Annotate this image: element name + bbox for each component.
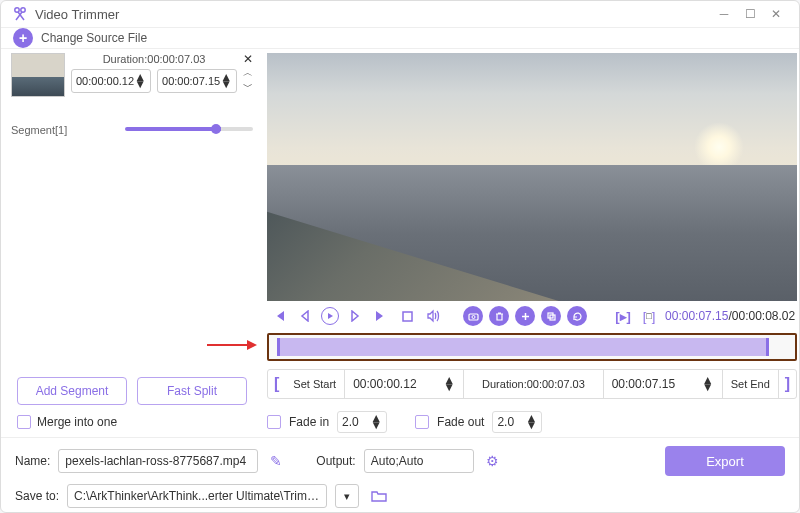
edit-name-icon[interactable]: ✎ [266, 453, 286, 469]
trim-track-wrap [267, 331, 797, 363]
stepper-icon[interactable]: ▲▼ [526, 415, 538, 429]
play-icon[interactable] [321, 307, 339, 325]
fade-in-label: Fade in [289, 415, 329, 429]
export-button[interactable]: Export [665, 446, 785, 476]
move-up-icon[interactable]: ︿ [243, 67, 253, 79]
range-start-value: 00:00:00.12 [353, 377, 443, 391]
fade-out-input[interactable]: 2.0 ▲▼ [492, 411, 542, 433]
range-end-input[interactable]: 00:00:07.15 ▲▼ [604, 370, 723, 398]
merge-label: Merge into one [37, 415, 117, 429]
time-display: 00:00:07.15/00:00:08.02 [665, 309, 795, 323]
remove-segment-icon[interactable]: ✕ [243, 53, 253, 65]
range-controls: [ Set Start 00:00:00.12 ▲▼ Duration:00:0… [267, 369, 797, 399]
range-end-value: 00:00:07.15 [612, 377, 702, 391]
save-path-dropdown[interactable]: ▾ [335, 484, 359, 508]
segment-end-value: 00:00:07.15 [162, 75, 220, 87]
set-start-button[interactable]: Set Start [285, 370, 345, 398]
svg-rect-2 [403, 312, 412, 321]
close-button[interactable]: ✕ [763, 1, 789, 27]
set-end-button[interactable]: Set End [723, 370, 779, 398]
refresh-icon[interactable] [567, 306, 587, 326]
stepper-icon[interactable]: ▲▼ [134, 74, 146, 88]
video-preview[interactable] [267, 53, 797, 301]
segment-label: Segment[1] [11, 124, 67, 136]
segment-start-value: 00:00:00.12 [76, 75, 134, 87]
segment-details: Duration:00:00:07.03 00:00:00.12 ▲▼ 00:0… [71, 53, 237, 93]
fast-split-button[interactable]: Fast Split [137, 377, 247, 405]
filename-input[interactable]: pexels-lachlan-ross-8775687.mp4 [58, 449, 258, 473]
output-format-input[interactable]: Auto;Auto [364, 449, 474, 473]
svg-point-0 [15, 8, 19, 12]
add-segment-button[interactable]: Add Segment [17, 377, 127, 405]
change-source-button[interactable]: Change Source File [41, 31, 147, 45]
titlebar: Video Trimmer ─ ☐ ✕ [1, 1, 799, 28]
toolbar: + Change Source File [1, 28, 799, 49]
preview-panel: [▸] [□] 00:00:07.15/00:00:08.02 [ Set St… [263, 49, 800, 437]
next-frame-icon[interactable] [345, 306, 365, 326]
content-area: Duration:00:00:07.03 00:00:00.12 ▲▼ 00:0… [1, 49, 799, 437]
name-label: Name: [15, 454, 50, 468]
annotation-arrow-icon [207, 340, 257, 350]
segment-thumbnail [11, 53, 65, 97]
copy-icon[interactable] [541, 306, 561, 326]
svg-rect-3 [469, 314, 478, 320]
minimize-button[interactable]: ─ [711, 1, 737, 27]
player-controls: [▸] [□] 00:00:07.15/00:00:08.02 [267, 301, 797, 331]
app-window: Video Trimmer ─ ☐ ✕ + Change Source File… [0, 0, 800, 513]
fade-in-checkbox[interactable] [267, 415, 281, 429]
fade-controls: Fade in 2.0 ▲▼ Fade out 2.0 ▲▼ [267, 407, 797, 437]
output-value: Auto;Auto [371, 454, 424, 468]
segment-item[interactable]: Duration:00:00:07.03 00:00:00.12 ▲▼ 00:0… [11, 53, 253, 121]
maximize-button[interactable]: ☐ [737, 1, 763, 27]
fade-out-checkbox[interactable] [415, 415, 429, 429]
total-time: 00:00:08.02 [732, 309, 795, 323]
bottom-bar: Name: pexels-lachlan-ross-8775687.mp4 ✎ … [1, 437, 799, 513]
filename-value: pexels-lachlan-ross-8775687.mp4 [65, 454, 246, 468]
prev-start-icon[interactable] [269, 306, 289, 326]
stepper-icon[interactable]: ▲▼ [702, 377, 714, 391]
range-start-input[interactable]: 00:00:00.12 ▲▼ [345, 370, 464, 398]
save-to-label: Save to: [15, 489, 59, 503]
next-end-icon[interactable] [371, 306, 391, 326]
open-folder-icon[interactable] [367, 489, 391, 503]
stepper-icon[interactable]: ▲▼ [443, 377, 455, 391]
output-settings-icon[interactable]: ⚙ [482, 453, 503, 469]
bracket-close-icon[interactable]: ] [779, 375, 796, 393]
trim-selection[interactable] [277, 338, 769, 356]
add-icon[interactable] [515, 306, 535, 326]
fade-out-value: 2.0 [497, 415, 525, 429]
delete-icon[interactable] [489, 306, 509, 326]
window-title: Video Trimmer [35, 7, 711, 22]
volume-icon[interactable] [423, 306, 443, 326]
svg-point-1 [21, 8, 25, 12]
fade-out-label: Fade out [437, 415, 484, 429]
trim-track[interactable] [267, 333, 797, 361]
move-down-icon[interactable]: ﹀ [243, 81, 253, 93]
stepper-icon[interactable]: ▲▼ [220, 74, 232, 88]
segment-duration-label: Duration:00:00:07.03 [71, 53, 237, 65]
svg-point-4 [472, 315, 475, 318]
save-path-value: C:\ArkThinker\ArkThink...erter Ultimate\… [74, 489, 320, 503]
merge-checkbox[interactable] [17, 415, 31, 429]
current-time: 00:00:07.15 [665, 309, 728, 323]
segment-start-input[interactable]: 00:00:00.12 ▲▼ [71, 69, 151, 93]
output-label: Output: [316, 454, 355, 468]
fade-in-input[interactable]: 2.0 ▲▼ [337, 411, 387, 433]
stepper-icon[interactable]: ▲▼ [370, 415, 382, 429]
fade-in-value: 2.0 [342, 415, 370, 429]
bracket-open-icon[interactable]: [ [268, 375, 285, 393]
segment-end-input[interactable]: 00:00:07.15 ▲▼ [157, 69, 237, 93]
mark-in-icon[interactable]: [▸] [613, 306, 633, 326]
snapshot-icon[interactable] [463, 306, 483, 326]
segment-progress-slider[interactable] [125, 127, 253, 131]
prev-frame-icon[interactable] [295, 306, 315, 326]
app-logo-icon [11, 5, 29, 23]
stop-icon[interactable] [397, 306, 417, 326]
range-duration-label: Duration:00:00:07.03 [464, 370, 603, 398]
add-source-icon[interactable]: + [13, 28, 33, 48]
segments-panel: Duration:00:00:07.03 00:00:00.12 ▲▼ 00:0… [1, 49, 263, 437]
mark-out-icon[interactable]: [□] [639, 306, 659, 326]
save-path-input[interactable]: C:\ArkThinker\ArkThink...erter Ultimate\… [67, 484, 327, 508]
